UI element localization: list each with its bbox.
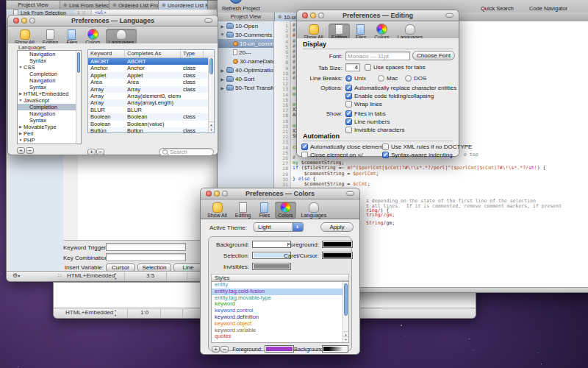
search-field[interactable]: Search (159, 148, 214, 156)
language-list-item[interactable]: Syntax (18, 117, 81, 124)
language-list-item[interactable]: ▼PHP (18, 137, 81, 144)
checkbox-icon[interactable] (345, 110, 352, 117)
column-header-completes-as[interactable]: Completes As (125, 50, 181, 57)
toolbar-toggle-pill[interactable] (445, 13, 453, 18)
document-tab[interactable]: ⊗Unordered List F... (159, 1, 208, 10)
language-list-item[interactable]: Navigation (18, 51, 81, 57)
close-tab-icon[interactable]: ⊗ (162, 2, 166, 8)
disclosure-triangle-icon[interactable]: ▶ (220, 77, 225, 82)
tree-item-20---[interactable]: 20--- (218, 48, 273, 57)
keyword-row[interactable]: BooleanBoolean(value) (88, 121, 214, 127)
language-popup-icon[interactable] (114, 309, 119, 316)
checkbox-icon[interactable] (345, 101, 352, 107)
apply-button[interactable]: Apply (320, 222, 354, 232)
checkbox-icon[interactable] (365, 64, 371, 71)
checkbox-icon[interactable] (345, 127, 352, 133)
drag-grip-icon[interactable]: ∷ (58, 272, 62, 279)
languages-scrollbar[interactable] (76, 51, 81, 144)
language-list-item[interactable]: Navigation (18, 77, 81, 84)
radio-icon[interactable] (405, 75, 412, 82)
style-background-swatch[interactable] (322, 345, 348, 353)
language-list-item[interactable]: ▼CSS (18, 64, 81, 71)
language-list-item[interactable]: ▶Perl (18, 130, 81, 137)
radio-unix[interactable]: Unix (345, 75, 366, 82)
keyword-trigger-input[interactable] (106, 243, 186, 251)
toolbar-item-show-all[interactable]: Show All (204, 202, 230, 219)
key-combination-input[interactable] (106, 253, 186, 261)
checkbox-icon[interactable] (345, 118, 352, 125)
tree-item-30-nameDateStr[interactable]: 30-nameDateStr (218, 57, 273, 66)
scroll-down-arrow[interactable]: ▼ (343, 336, 348, 342)
checkbox-icon[interactable] (382, 144, 389, 150)
tree-item-40-Sort[interactable]: ▶40-Sort (218, 74, 273, 83)
theme-popup[interactable]: Light (254, 222, 304, 232)
refresh-project-icon[interactable] (229, 0, 243, 4)
table-header[interactable]: KeywordCompletes AsType (88, 50, 214, 58)
option-checkbox[interactable]: Wrap lines (345, 101, 382, 107)
add-keyword-button[interactable]: + (87, 149, 96, 155)
toolbar-item-files[interactable]: Files (256, 202, 273, 219)
radio-icon[interactable] (345, 75, 352, 82)
tree-item-50-Text Transform[interactable]: ▶50-Text Transform (218, 83, 273, 92)
scrollbar-thumb[interactable] (209, 58, 213, 74)
scrollbar-thumb[interactable] (77, 52, 80, 73)
add-language-button[interactable]: + (17, 147, 25, 154)
show-checkbox[interactable]: Line numbers (345, 118, 390, 125)
minimize-button[interactable] (21, 18, 27, 24)
foreground-swatch[interactable] (322, 241, 353, 248)
caret-swatch[interactable] (322, 252, 353, 259)
style-row-keyword.variable[interactable]: keyword.variable (212, 328, 348, 334)
language-selector[interactable]: HTML+Embedded (65, 309, 113, 316)
zoom-button[interactable] (29, 18, 35, 24)
column-header-keyword[interactable]: Keyword (88, 50, 125, 57)
language-list-item[interactable]: ▼JavaScript (18, 97, 81, 104)
styles-header[interactable]: Styles (211, 274, 349, 281)
toolbar-toggle-pill[interactable] (346, 191, 354, 196)
use-spaces-checkbox[interactable]: Use spaces for tabs (365, 64, 426, 71)
close-tab-icon[interactable]: ⊗ (278, 14, 282, 20)
language-list-item[interactable]: Completion (18, 104, 81, 110)
show-checkbox[interactable]: Files in tabs (345, 110, 386, 117)
remove-keyword-button[interactable]: − (96, 149, 104, 155)
disclosure-triangle-icon[interactable]: ▶ (220, 24, 225, 29)
language-list-item[interactable]: Navigation (18, 110, 81, 117)
disclosure-triangle-icon[interactable]: ▼ (18, 64, 24, 71)
radio-mac[interactable]: Mac (378, 75, 398, 82)
disclosure-triangle-icon[interactable]: ▶ (18, 130, 24, 137)
keyword-row[interactable]: ArrayArray(element0, eleme... (88, 93, 214, 99)
keyword-row[interactable]: ABORTABORT (88, 58, 214, 65)
tab-size-field[interactable] (345, 63, 360, 71)
language-selector[interactable]: HTML+Embedded (67, 272, 115, 279)
zoom-button[interactable] (318, 13, 324, 18)
toolbar-item-colors[interactable]: Colors (275, 202, 295, 219)
close-button[interactable] (13, 18, 19, 24)
invisibles-swatch[interactable] (252, 263, 291, 270)
language-list-item[interactable]: ▶HTML+Embedded (18, 91, 81, 97)
checkbox-icon[interactable] (345, 93, 352, 99)
language-list-item[interactable]: Completion (18, 71, 81, 77)
option-checkbox[interactable]: Automatically replace character entities (345, 85, 456, 91)
close-tab-icon[interactable]: ⊗ (63, 2, 68, 8)
disclosure-triangle-icon[interactable]: ▼ (18, 97, 24, 104)
disclosure-triangle-icon[interactable]: ▶ (220, 85, 225, 91)
close-tab-icon[interactable]: ⊗ (112, 2, 117, 8)
automation-checkbox[interactable]: Automatically close elements (301, 144, 386, 150)
add-style-button[interactable]: + (212, 346, 220, 353)
style-foreground-swatch[interactable] (265, 345, 294, 353)
radio-icon[interactable] (378, 75, 384, 82)
zoom-button[interactable] (222, 191, 228, 197)
table-scrollbar[interactable]: ▲ ▼ (208, 57, 214, 132)
checkbox-icon[interactable] (301, 152, 308, 158)
scroll-down-arrow[interactable]: ▼ (209, 127, 214, 132)
tree-item-30-Comments[interactable]: ▼30-Comments (218, 30, 273, 39)
radio-dos[interactable]: DOS (405, 75, 426, 82)
tree-item-10-Open[interactable]: ▶10-Open (218, 21, 273, 30)
keyword-row[interactable]: ButtonButtonclass (88, 127, 214, 133)
disclosure-triangle-icon[interactable]: ▼ (18, 137, 24, 144)
automation-checkbox[interactable]: Use XML rules if no DOCTYPE (382, 144, 472, 150)
keyword-row[interactable]: BLURBLUR (88, 107, 214, 113)
tree-item-40-Optimization[interactable]: ▶40-Optimization (218, 66, 273, 74)
remove-language-button[interactable]: − (26, 147, 34, 154)
styles-scrollbar[interactable]: ▲ ▼ (343, 282, 348, 342)
document-tab[interactable]: ⊗Link From Selection (60, 1, 110, 10)
